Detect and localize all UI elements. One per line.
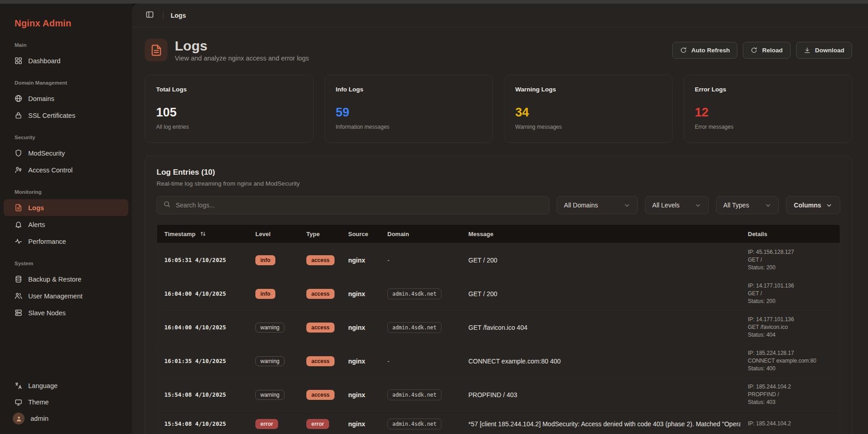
log-row[interactable]: 15:54:08 4/10/2025errorerrornginxadmin.4… xyxy=(157,411,840,434)
sidebar-section-label-monitoring: Monitoring xyxy=(4,178,128,199)
log-message: GET / 200 xyxy=(461,257,741,264)
log-domain-cell: admin.4sdk.net xyxy=(380,389,461,400)
type-badge: access xyxy=(306,356,335,366)
log-entries-card: Log Entries (10) Real-time log streaming… xyxy=(145,156,852,434)
sidebar-item-user-management[interactable]: User Management xyxy=(4,288,128,304)
log-detail-line: GET /favicon.ico xyxy=(748,323,832,331)
level-badge: warning xyxy=(255,390,284,400)
sidebar-item-access-control[interactable]: Access Control xyxy=(4,161,128,178)
log-timestamp: 16:04:00 4/10/2025 xyxy=(157,324,248,331)
sidebar-item-alerts[interactable]: Alerts xyxy=(4,216,128,233)
stat-card-error-logs: Error Logs12Error messages xyxy=(684,75,853,143)
search-icon xyxy=(163,201,171,210)
breadcrumb: Logs xyxy=(171,12,186,19)
sidebar-toggle-button[interactable] xyxy=(144,9,156,22)
log-row[interactable]: 16:04:00 4/10/2025infoaccessnginxadmin.4… xyxy=(157,277,840,310)
log-detail-line: IP: 14.177.101.136 xyxy=(748,316,832,323)
log-message: *57 [client 185.244.104.2] ModSecurity: … xyxy=(461,420,741,428)
stat-caption: All log entries xyxy=(156,124,302,130)
access-control-icon xyxy=(15,166,22,174)
users-icon xyxy=(15,292,22,300)
log-detail-line: Status: 400 xyxy=(748,365,832,373)
sidebar-item-label: SSL Certificates xyxy=(28,112,75,119)
logs-page-icon xyxy=(145,39,168,61)
log-timestamp: 16:05:31 4/10/2025 xyxy=(157,257,248,263)
sidebar-item-domains[interactable]: Domains xyxy=(4,90,128,107)
sidebar-footer-item-admin[interactable]: admin xyxy=(4,410,128,427)
sidebar-section-label-domain-management: Domain Management xyxy=(4,69,128,90)
database-icon xyxy=(15,275,22,283)
columns-button[interactable]: Columns xyxy=(786,196,840,214)
log-source: nginx xyxy=(341,257,380,264)
sidebar-footer-item-language[interactable]: Language xyxy=(4,378,128,394)
type-badge: access xyxy=(306,323,335,333)
column-header-details: Details xyxy=(741,231,840,237)
log-row[interactable]: 16:05:31 4/10/2025infoaccessnginx-GET / … xyxy=(157,243,840,277)
sidebar-section-label-system: System xyxy=(4,250,128,271)
log-level-cell: warning xyxy=(248,390,299,400)
reload-button[interactable]: Reload xyxy=(743,42,790,59)
log-level-cell: warning xyxy=(248,356,299,366)
search-input[interactable] xyxy=(176,202,543,209)
type-badge: access xyxy=(306,255,335,265)
column-header-timestamp[interactable]: Timestamp xyxy=(157,231,248,237)
page-content: Logs View and analyze nginx access and e… xyxy=(132,27,868,434)
window-top-strip xyxy=(0,0,868,4)
auto-refresh-button[interactable]: Auto Refresh xyxy=(672,42,738,59)
sidebar-section-label-security: Security xyxy=(4,124,128,145)
chevron-down-icon xyxy=(624,202,630,209)
sidebar-item-performance[interactable]: Performance xyxy=(4,233,128,250)
lock-icon xyxy=(15,111,22,119)
sidebar-item-label: Access Control xyxy=(28,167,73,174)
dashboard-icon xyxy=(15,57,22,65)
log-table-header: TimestampLevelTypeSourceDomainMessageDet… xyxy=(157,225,840,243)
sidebar-item-modsecurity[interactable]: ModSecurity xyxy=(4,145,128,161)
avatar xyxy=(13,413,25,424)
stat-title: Error Logs xyxy=(695,86,841,93)
log-message: CONNECT example.com:80 400 xyxy=(461,358,741,365)
log-detail-line: Status: 200 xyxy=(748,264,832,272)
chevron-down-icon xyxy=(695,202,701,209)
level-badge: warning xyxy=(255,356,284,366)
sidebar-item-ssl-certificates[interactable]: SSL Certificates xyxy=(4,107,128,124)
sidebar-item-slave-nodes[interactable]: Slave Nodes xyxy=(4,304,128,321)
button-label: Reload xyxy=(762,47,782,54)
sidebar-item-label: Backup & Restore xyxy=(28,276,81,283)
log-detail-line: Status: 404 xyxy=(748,331,832,339)
download-button[interactable]: Download xyxy=(796,42,853,59)
log-row[interactable]: 16:01:35 4/10/2025warningaccessnginx-CON… xyxy=(157,344,840,378)
log-row[interactable]: 15:54:08 4/10/2025warningaccessnginxadmi… xyxy=(157,378,840,411)
log-domain-cell: admin.4sdk.net xyxy=(380,288,461,299)
sidebar-item-label: Alerts xyxy=(28,221,45,228)
log-detail-line: IP: 14.177.101.136 xyxy=(748,282,832,290)
log-row[interactable]: 16:04:00 4/10/2025warningaccessnginxadmi… xyxy=(157,310,840,344)
column-header-domain: Domain xyxy=(380,231,461,237)
chevron-down-icon xyxy=(826,202,832,209)
filter-all-domains[interactable]: All Domains xyxy=(557,196,638,214)
log-detail-line: IP: 45.156.128.127 xyxy=(748,248,832,256)
log-type-cell: access xyxy=(299,390,341,400)
sort-icon[interactable] xyxy=(200,231,206,237)
domain-badge: admin.4sdk.net xyxy=(387,322,442,333)
log-type-cell: access xyxy=(299,323,341,333)
log-entries-subtitle: Real-time log streaming from nginx and M… xyxy=(157,180,840,187)
log-details: IP: 45.156.128.127GET /Status: 200 xyxy=(741,248,840,272)
sidebar-footer-label: Theme xyxy=(28,399,49,406)
sidebar-item-label: Dashboard xyxy=(28,57,61,65)
sidebar-item-dashboard[interactable]: Dashboard xyxy=(4,52,128,69)
filter-all-levels[interactable]: All Levels xyxy=(645,196,709,214)
log-entries-title: Log Entries (10) xyxy=(157,168,840,177)
level-badge: error xyxy=(255,419,278,429)
filter-label: All Domains xyxy=(564,202,598,209)
sidebar-item-backup-restore[interactable]: Backup & Restore xyxy=(4,271,128,288)
filter-all-types[interactable]: All Types xyxy=(716,196,779,214)
search-box xyxy=(157,196,549,214)
sidebar-item-label: ModSecurity xyxy=(28,150,65,157)
sidebar-item-logs[interactable]: Logs xyxy=(4,199,128,216)
domain-badge: admin.4sdk.net xyxy=(387,288,442,299)
globe-icon xyxy=(15,95,22,102)
sidebar-footer-item-theme[interactable]: Theme xyxy=(4,394,128,410)
stat-caption: Warning messages xyxy=(515,124,661,130)
log-message: GET /favicon.ico 404 xyxy=(461,324,741,331)
log-details: IP: 185.224.128.17CONNECT example.com:80… xyxy=(741,349,840,373)
